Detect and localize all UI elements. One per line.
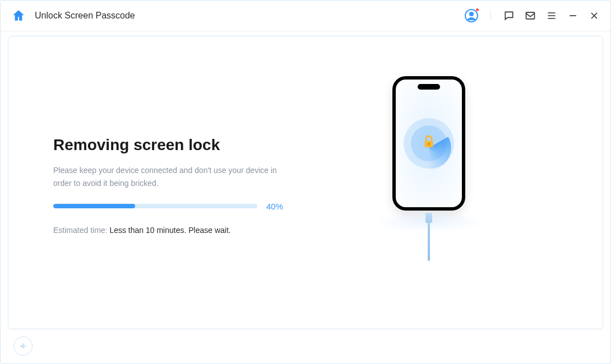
menu-icon: [546, 10, 557, 21]
close-button[interactable]: [589, 10, 600, 21]
illustration-column: [289, 36, 569, 329]
back-icon: [18, 341, 28, 351]
progress-row: 40%: [53, 202, 289, 211]
minimize-button[interactable]: [567, 10, 578, 21]
divider: [490, 10, 491, 21]
progress-bar: [53, 204, 257, 208]
chat-icon: [503, 10, 515, 21]
subtitle: Please keep your device connected and do…: [53, 164, 277, 189]
heading: Removing screen lock: [53, 136, 289, 154]
mail-icon: [525, 10, 536, 21]
lock-icon: [420, 133, 437, 150]
cable-wire: [428, 222, 430, 261]
dynamic-island: [418, 84, 440, 90]
mail-button[interactable]: [525, 10, 536, 21]
svg-rect-2: [526, 12, 535, 19]
close-icon: [589, 10, 600, 21]
svg-point-1: [469, 12, 474, 16]
main-panel: Removing screen lock Please keep your de…: [8, 36, 603, 329]
progress-fill: [53, 204, 135, 208]
phone-illustration: [356, 76, 502, 289]
account-button[interactable]: [465, 9, 478, 22]
feedback-button[interactable]: [503, 10, 515, 21]
phone-screen: [396, 80, 462, 207]
footer-bar: [8, 334, 603, 358]
header-actions: [465, 9, 600, 22]
menu-button[interactable]: [546, 10, 557, 21]
eta-text: Estimated time: Less than 10 minutes. Pl…: [53, 226, 289, 235]
eta-value: Less than 10 minutes. Please wait.: [109, 226, 230, 235]
title-bar: Unlock Screen Passcode: [0, 0, 611, 31]
minimize-icon: [567, 10, 578, 21]
eta-label: Estimated time:: [53, 226, 109, 235]
home-icon[interactable]: [11, 8, 26, 23]
progress-percent: 40%: [266, 202, 289, 211]
svg-rect-5: [428, 144, 429, 146]
phone-frame: [392, 76, 465, 211]
notification-dot: [475, 8, 479, 12]
page-title: Unlock Screen Passcode: [35, 11, 135, 21]
back-button[interactable]: [13, 337, 33, 356]
content-column: Removing screen lock Please keep your de…: [53, 130, 289, 235]
